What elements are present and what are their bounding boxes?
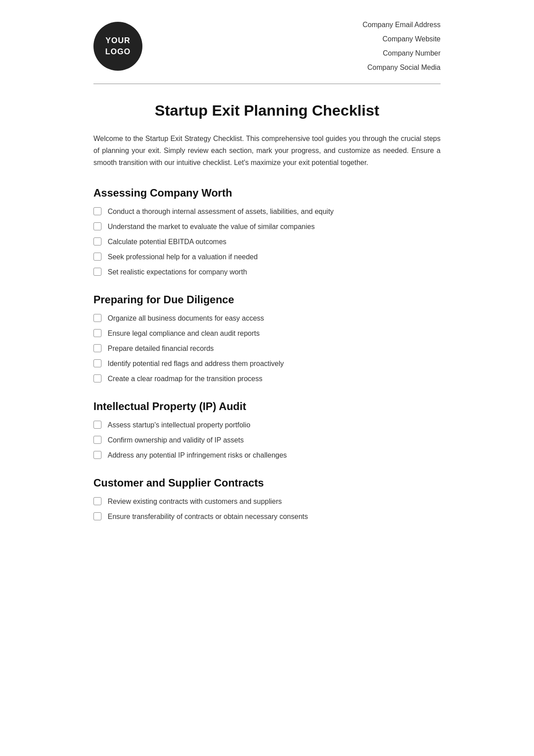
list-item: Prepare detailed financial records xyxy=(93,343,441,354)
checkbox-icon[interactable] xyxy=(93,222,101,230)
checklist-0: Conduct a thorough internal assessment o… xyxy=(93,206,441,277)
list-item-text: Ensure transferability of contracts or o… xyxy=(108,511,308,522)
checkbox-icon[interactable] xyxy=(93,512,101,520)
logo-line2: LOGO xyxy=(105,46,131,57)
section-title-0: Assessing Company Worth xyxy=(93,187,441,199)
checkbox-icon[interactable] xyxy=(93,237,101,245)
list-item: Organize all business documents for easy… xyxy=(93,313,441,324)
checkbox-icon[interactable] xyxy=(93,329,101,337)
list-item-text: Address any potential IP infringement ri… xyxy=(108,450,287,461)
list-item: Create a clear roadmap for the transitio… xyxy=(93,374,441,384)
company-logo: YOUR LOGO xyxy=(93,22,142,71)
company-info-block: Company Email AddressCompany WebsiteComp… xyxy=(363,18,441,75)
list-item-text: Assess startup's intellectual property p… xyxy=(108,420,251,430)
section-title-2: Intellectual Property (IP) Audit xyxy=(93,400,441,413)
list-item: Conduct a thorough internal assessment o… xyxy=(93,206,441,217)
checkbox-icon[interactable] xyxy=(93,421,101,429)
company-info-item: Company Email Address xyxy=(363,18,441,32)
company-info-item: Company Social Media xyxy=(363,60,441,75)
list-item: Review existing contracts with customers… xyxy=(93,496,441,507)
list-item: Confirm ownership and validity of IP ass… xyxy=(93,435,441,446)
section-title-3: Customer and Supplier Contracts xyxy=(93,477,441,489)
checkbox-icon[interactable] xyxy=(93,359,101,367)
checkbox-icon[interactable] xyxy=(93,207,101,215)
list-item-text: Identify potential red flags and address… xyxy=(108,358,284,369)
list-item: Set realistic expectations for company w… xyxy=(93,267,441,277)
list-item: Calculate potential EBITDA outcomes xyxy=(93,237,441,247)
checkbox-icon[interactable] xyxy=(93,497,101,505)
list-item: Ensure legal compliance and clean audit … xyxy=(93,328,441,339)
checkbox-icon[interactable] xyxy=(93,314,101,322)
list-item-text: Prepare detailed financial records xyxy=(108,343,214,354)
list-item-text: Review existing contracts with customers… xyxy=(108,496,282,507)
list-item-text: Seek professional help for a valuation i… xyxy=(108,252,258,262)
checklist-sections: Assessing Company WorthConduct a thoroug… xyxy=(93,187,441,522)
list-item-text: Set realistic expectations for company w… xyxy=(108,267,247,277)
list-item: Ensure transferability of contracts or o… xyxy=(93,511,441,522)
list-item-text: Create a clear roadmap for the transitio… xyxy=(108,374,263,384)
checkbox-icon[interactable] xyxy=(93,344,101,352)
list-item-text: Calculate potential EBITDA outcomes xyxy=(108,237,227,247)
list-item-text: Ensure legal compliance and clean audit … xyxy=(108,328,260,339)
checkbox-icon[interactable] xyxy=(93,268,101,276)
page-title: Startup Exit Planning Checklist xyxy=(93,102,441,119)
list-item-text: Understand the market to evaluate the va… xyxy=(108,221,315,232)
checkbox-icon[interactable] xyxy=(93,436,101,444)
list-item: Address any potential IP infringement ri… xyxy=(93,450,441,461)
section-title-1: Preparing for Due Diligence xyxy=(93,294,441,306)
checkbox-icon[interactable] xyxy=(93,374,101,382)
checkbox-icon[interactable] xyxy=(93,253,101,261)
checklist-2: Assess startup's intellectual property p… xyxy=(93,420,441,461)
company-info-item: Company Number xyxy=(363,46,441,60)
list-item-text: Organize all business documents for easy… xyxy=(108,313,264,324)
checkbox-icon[interactable] xyxy=(93,451,101,459)
logo-line1: YOUR xyxy=(105,35,130,46)
company-info-item: Company Website xyxy=(363,32,441,46)
list-item: Understand the market to evaluate the va… xyxy=(93,221,441,232)
list-item: Identify potential red flags and address… xyxy=(93,358,441,369)
checklist-1: Organize all business documents for easy… xyxy=(93,313,441,384)
list-item-text: Conduct a thorough internal assessment o… xyxy=(108,206,334,217)
intro-paragraph: Welcome to the Startup Exit Strategy Che… xyxy=(93,133,441,169)
page-header: YOUR LOGO Company Email AddressCompany W… xyxy=(93,18,441,75)
checklist-3: Review existing contracts with customers… xyxy=(93,496,441,522)
header-divider xyxy=(93,84,441,84)
list-item-text: Confirm ownership and validity of IP ass… xyxy=(108,435,244,446)
list-item: Seek professional help for a valuation i… xyxy=(93,252,441,262)
list-item: Assess startup's intellectual property p… xyxy=(93,420,441,430)
